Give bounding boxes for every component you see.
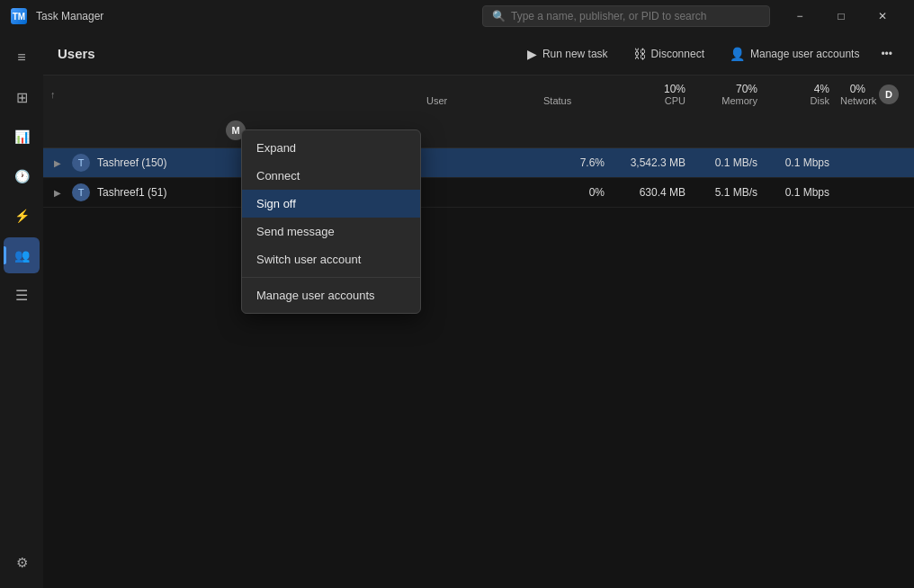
sidebar-item-performance[interactable]: 📊 — [4, 119, 40, 155]
maximize-button[interactable]: □ — [820, 0, 862, 32]
sidebar-item-settings[interactable]: ⚙ — [4, 545, 40, 581]
row-cpu-val: 7.6% — [538, 151, 610, 174]
row-d-val — [835, 157, 871, 168]
user-avatar: T — [72, 154, 90, 172]
sidebar-item-users[interactable]: 👥 — [4, 237, 40, 273]
manage-user-accounts-button[interactable]: 👤 Manage user accounts — [719, 41, 870, 67]
context-menu-item-connect[interactable]: Connect — [242, 162, 420, 190]
context-menu-item-manageaccounts[interactable]: Manage user accounts — [242, 281, 420, 309]
context-menu-item-sendmessage[interactable]: Send message — [242, 218, 420, 245]
search-bar[interactable]: 🔍 — [482, 5, 770, 27]
table-row[interactable]: ▶ T Tashreef1 (51) 0% 630.4 MB 5.1 MB/s … — [43, 178, 914, 208]
row-status-cell — [421, 157, 538, 168]
page-title: Users — [58, 46, 506, 61]
user-name-label: Tashreef (150) — [97, 156, 166, 169]
table-container: ↑ User Status 10% CPU 70% Memory 4% — [43, 76, 914, 588]
user-avatar: T — [72, 183, 90, 201]
context-menu-item-signoff[interactable]: Sign off — [242, 190, 420, 218]
run-task-icon: ▶ — [527, 47, 537, 61]
more-options-button[interactable]: ••• — [874, 42, 900, 66]
sidebar-item-overview[interactable]: ⊞ — [4, 79, 40, 115]
app-body: ≡ ⊞ 📊 🕐 ⚡ 👥 ☰ ⚙ Users ▶ — [0, 32, 914, 588]
users-icon: 👥 — [14, 248, 30, 263]
row-memory-val: 630.4 MB — [610, 181, 691, 204]
row-disk-val: 0.1 MB/s — [691, 151, 763, 174]
details-icon: ☰ — [15, 287, 28, 304]
avatar-d: D — [879, 85, 899, 104]
col-header-status: Status — [538, 76, 610, 113]
sidebar-item-menu[interactable]: ≡ — [4, 40, 40, 76]
sidebar-item-apphistory[interactable]: 🕐 — [4, 158, 40, 194]
search-input[interactable] — [511, 10, 760, 22]
topbar-actions: ▶ Run new task ⛓ Disconnect 👤 Manage use… — [516, 41, 900, 67]
app-history-icon: 🕐 — [14, 169, 30, 183]
row-cpu-val: 0% — [538, 181, 610, 204]
table-row[interactable]: ▶ T Tashreef (150) 7.6% 3,542.3 MB 0.1 M… — [43, 148, 914, 178]
performance-icon: 📊 — [14, 129, 30, 144]
context-menu-item-switchuser[interactable]: Switch user account — [242, 245, 420, 273]
row-m-val — [871, 157, 907, 168]
sidebar-item-details[interactable]: ☰ — [4, 277, 40, 313]
run-new-task-button[interactable]: ▶ Run new task — [516, 41, 619, 67]
sidebar-item-startup[interactable]: ⚡ — [4, 198, 40, 234]
row-network-val: 0.1 Mbps — [763, 151, 835, 174]
expand-icon[interactable]: ▶ — [50, 185, 65, 200]
col-header-network: 0% Network — [835, 76, 871, 113]
window-controls: − □ ✕ — [779, 0, 903, 32]
context-menu: Expand Connect Sign off Send message Swi… — [241, 129, 421, 314]
context-menu-item-expand[interactable]: Expand — [242, 134, 420, 162]
row-m-val — [871, 187, 907, 198]
row-memory-val: 3,542.3 MB — [610, 151, 691, 174]
context-menu-divider — [242, 277, 420, 278]
content-area: Users ▶ Run new task ⛓ Disconnect 👤 Mana… — [43, 32, 914, 588]
search-icon: 🔍 — [492, 10, 506, 22]
more-icon: ••• — [881, 48, 892, 60]
disconnect-icon: ⛓ — [633, 47, 646, 61]
col-header-memory: 70% Memory — [691, 76, 763, 113]
sidebar: ≡ ⊞ 📊 🕐 ⚡ 👥 ☰ ⚙ — [0, 32, 43, 588]
row-d-val — [835, 187, 871, 198]
startup-icon: ⚡ — [14, 209, 30, 223]
settings-icon: ⚙ — [16, 555, 28, 571]
titlebar: TM Task Manager 🔍 − □ ✕ — [0, 0, 914, 32]
col-header-disk: 4% Disk — [763, 76, 835, 113]
table-header: ↑ User Status 10% CPU 70% Memory 4% — [43, 76, 914, 148]
sort-arrow: ↑ — [50, 76, 421, 113]
topbar: Users ▶ Run new task ⛓ Disconnect 👤 Mana… — [43, 32, 914, 76]
disconnect-button[interactable]: ⛓ Disconnect — [623, 41, 715, 67]
minimize-button[interactable]: − — [779, 0, 820, 32]
user-name-label: Tashreef1 (51) — [97, 186, 166, 199]
row-status-cell — [421, 187, 538, 198]
col-header-cpu: 10% CPU — [610, 76, 691, 113]
menu-icon: ≡ — [17, 49, 25, 66]
row-network-val: 0.1 Mbps — [763, 181, 835, 204]
expand-icon[interactable]: ▶ — [50, 156, 65, 170]
close-button[interactable]: ✕ — [862, 0, 903, 32]
overview-icon: ⊞ — [16, 89, 28, 106]
app-title: Task Manager — [36, 10, 473, 22]
app-icon: TM — [11, 8, 27, 24]
avatar-d-header: D — [871, 76, 907, 113]
manage-accounts-icon: 👤 — [730, 47, 745, 61]
row-disk-val: 5.1 MB/s — [691, 181, 763, 204]
col-header-user: User — [421, 76, 538, 113]
